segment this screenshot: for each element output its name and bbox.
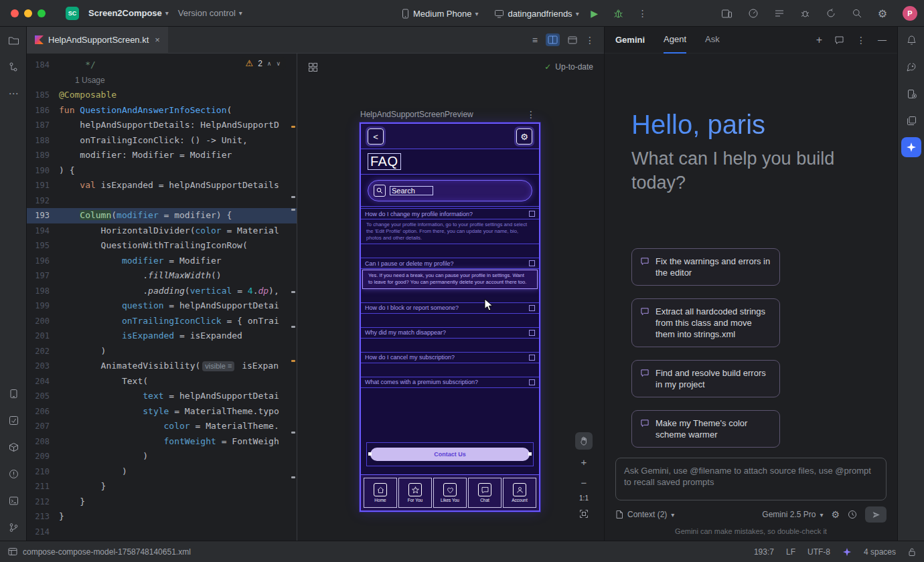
chat-history-icon[interactable]: [834, 35, 844, 45]
line-number[interactable]: 214: [27, 525, 50, 540]
line-number[interactable]: 192: [27, 193, 50, 209]
code-line[interactable]: 197 .fillMaxWidth(): [27, 268, 297, 284]
stripe-mark[interactable]: [291, 326, 295, 328]
code-line[interactable]: 210 ): [27, 464, 297, 480]
code-line[interactable]: 203 AnimatedVisibility(visible = isExpan: [27, 359, 297, 374]
version-control-menu[interactable]: Version control ▾: [178, 8, 242, 18]
gemini-settings-icon[interactable]: ⚙: [831, 509, 840, 520]
code-line[interactable]: 185@Composable: [27, 88, 297, 103]
line-number[interactable]: 206: [27, 404, 50, 419]
code-line[interactable]: 211 }: [27, 479, 297, 494]
nav-item-home[interactable]: Home: [364, 478, 397, 508]
stripe-mark[interactable]: [291, 196, 295, 198]
device-preview-icon[interactable]: [721, 9, 733, 19]
caret-position[interactable]: 193:7: [754, 547, 774, 557]
code-line[interactable]: 194 HorizontalDivider(color = Material: [27, 223, 297, 239]
code-line[interactable]: 207 color = MaterialTheme.: [27, 419, 297, 434]
code-line[interactable]: 189 modifier: Modifier = Modifier: [27, 148, 297, 163]
editor-list-icon[interactable]: ≡: [532, 35, 538, 45]
line-number[interactable]: 204: [27, 374, 50, 389]
ai-assistant-status-icon[interactable]: [842, 547, 852, 557]
resource-manager-button[interactable]: [898, 107, 924, 134]
zoom-level-button[interactable]: 1:1: [579, 494, 589, 502]
line-number[interactable]: 194: [27, 223, 50, 239]
preview-options-icon[interactable]: ⋮: [526, 109, 536, 120]
line-number[interactable]: 200: [27, 314, 50, 329]
expand-icon[interactable]: [529, 260, 535, 266]
stripe-mark[interactable]: [291, 476, 295, 478]
code-line[interactable]: 208 fontWeight = FontWeigh: [27, 434, 297, 450]
file-encoding[interactable]: UTF-8: [807, 547, 830, 557]
code-line[interactable]: 190) {: [27, 163, 297, 179]
code-line[interactable]: 206 style = MaterialTheme.typo: [27, 404, 297, 419]
new-chat-button[interactable]: +: [816, 34, 822, 46]
preview-back-button[interactable]: <: [368, 128, 384, 145]
line-number[interactable]: 186: [27, 103, 50, 118]
code-line[interactable]: 205 text = helpAndSupportDetai: [27, 389, 297, 404]
suggestion-card[interactable]: Extract all hardcoded strings from this …: [631, 298, 780, 347]
preview-phone-canvas[interactable]: < ⚙ FAQ Search How do I change my profil…: [360, 122, 540, 512]
status-message[interactable]: compose-compose-model-1758748140651.xml: [23, 547, 191, 557]
code-line[interactable]: 198 .padding(vertical = 4.dp),: [27, 284, 297, 299]
stripe-mark[interactable]: [291, 126, 295, 128]
line-number[interactable]: 199: [27, 298, 50, 314]
line-separator[interactable]: LF: [786, 547, 795, 557]
logcat-icon[interactable]: [774, 9, 785, 18]
line-number[interactable]: 190: [27, 163, 50, 179]
stripe-mark[interactable]: [291, 432, 295, 434]
send-prompt-button[interactable]: [865, 506, 887, 523]
indent-setting[interactable]: 4 spaces: [864, 547, 896, 557]
project-menu[interactable]: Screen2Compose ▾: [88, 8, 169, 18]
faq-item[interactable]: How do I block or report someone?: [361, 302, 539, 314]
more-actions-button[interactable]: ⋮: [634, 5, 651, 22]
expand-icon[interactable]: [529, 379, 535, 385]
version-control-tool-button[interactable]: [0, 514, 27, 541]
prev-warning-icon[interactable]: ∧: [267, 60, 272, 67]
device-manager-button[interactable]: [898, 80, 924, 107]
stripe-mark[interactable]: [291, 291, 295, 293]
close-tab-icon[interactable]: ×: [155, 35, 160, 45]
faq-item[interactable]: Why did my match disappear?: [361, 327, 539, 339]
line-number[interactable]: 191: [27, 178, 50, 193]
line-number[interactable]: 193: [27, 208, 50, 223]
user-avatar[interactable]: P: [903, 6, 917, 21]
suggestion-card[interactable]: Find and resolve build errors in my proj…: [631, 360, 780, 397]
project-tool-button[interactable]: [0, 27, 27, 54]
suggestion-card[interactable]: Make my Theme's color scheme warmer: [631, 410, 780, 448]
line-number[interactable]: 202: [27, 344, 50, 359]
running-devices-button[interactable]: [0, 380, 27, 407]
gemini-options-icon[interactable]: ⋮: [856, 35, 866, 45]
line-number[interactable]: 195: [27, 238, 50, 254]
code-line[interactable]: 199 question = helpAndSupportDetai: [27, 298, 297, 314]
app-insights-bug-icon[interactable]: [800, 9, 810, 19]
line-number[interactable]: 207: [27, 419, 50, 434]
line-number[interactable]: 208: [27, 434, 50, 450]
code-line[interactable]: 188 onTrailingIconClick: () -> Unit,: [27, 133, 297, 149]
code-line[interactable]: 191 val isExpanded = helpAndSupportDetai…: [27, 178, 297, 193]
expand-icon[interactable]: [529, 355, 535, 361]
run-button[interactable]: ▶: [586, 5, 603, 22]
code-line[interactable]: 204 Text(: [27, 374, 297, 389]
minimize-window-button[interactable]: [24, 9, 32, 17]
code-line[interactable]: 187 helpAndSupportDetails: HelpAndSuppor…: [27, 118, 297, 133]
nav-item-account[interactable]: Account: [503, 478, 536, 508]
pan-hand-button[interactable]: [575, 432, 593, 450]
line-number[interactable]: 212: [27, 494, 50, 510]
faq-item[interactable]: What comes with a premium subscription?: [361, 377, 539, 388]
preview-settings-button[interactable]: ⚙: [516, 128, 532, 145]
terminal-tool-button[interactable]: [0, 487, 27, 514]
editor-tab[interactable]: HelpAndSupportScreen.kt ×: [27, 27, 168, 54]
faq-item[interactable]: How do I change my profile information?T…: [361, 208, 539, 244]
line-number[interactable]: 201: [27, 329, 50, 344]
run-config-selector[interactable]: datingandfriends ▾: [494, 9, 579, 19]
code-line[interactable]: 212 }: [27, 494, 297, 510]
line-number[interactable]: 210: [27, 464, 50, 480]
zoom-in-button[interactable]: +: [575, 453, 593, 470]
close-window-button[interactable]: [11, 9, 19, 17]
code-line[interactable]: 200 onTrailingIconClick = { onTrai: [27, 314, 297, 329]
zoom-out-button[interactable]: −: [575, 474, 593, 491]
zoom-window-button[interactable]: [37, 9, 46, 17]
model-selector[interactable]: Gemini 2.5 Pro ▾: [762, 510, 823, 519]
notifications-button[interactable]: [898, 27, 924, 54]
faq-item[interactable]: How do I cancel my subscription?: [361, 352, 539, 363]
